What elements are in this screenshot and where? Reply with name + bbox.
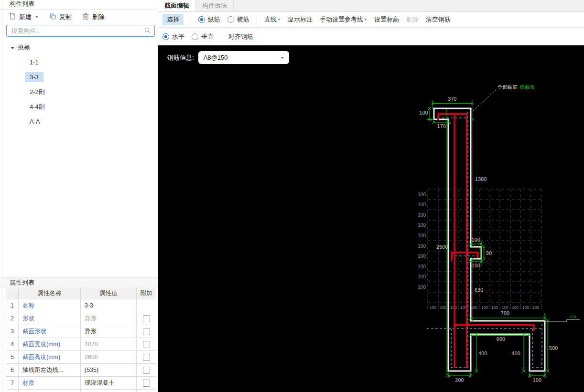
property-name: 截面高度(mm) <box>19 351 81 363</box>
property-value[interactable]: 异形 <box>81 312 137 325</box>
property-value[interactable]: 异形 <box>81 325 137 338</box>
grid-row-label: 100 <box>418 233 426 238</box>
search-input[interactable] <box>11 27 144 35</box>
grid-col-label: 100 <box>522 305 529 310</box>
property-extra-cell <box>137 377 156 389</box>
property-extra-cell <box>137 390 156 392</box>
copy-icon <box>49 12 56 21</box>
delete-button[interactable]: 删除 <box>82 12 105 21</box>
grid-row-label: 100 <box>418 244 426 249</box>
section-outline[interactable] <box>434 108 545 371</box>
radio-horizontal[interactable]: 水平 <box>162 32 184 41</box>
select-button[interactable]: 选择 <box>162 14 184 25</box>
delete-button-label: 删除 <box>92 13 105 21</box>
dim-notch-top: 100 <box>472 237 480 243</box>
row-index: 6 <box>6 364 19 376</box>
tab-component-method[interactable]: 构件做法 <box>196 0 234 11</box>
radio-transverse-rebar[interactable]: 横筋 <box>227 15 249 24</box>
line-dropdown[interactable]: 直线 <box>264 15 281 24</box>
radio-selected-icon[interactable] <box>198 16 205 23</box>
property-value[interactable]: 1070 <box>81 338 137 350</box>
dim-top-thickness: 100 <box>420 110 428 116</box>
grid-col-label: 100 <box>471 305 477 310</box>
dim-left-overhang: 170 <box>437 123 446 129</box>
table-row: 1 名称 3-3 <box>6 299 156 312</box>
grid-row-label: 100 <box>418 285 426 290</box>
new-button[interactable]: 新建 <box>9 12 38 21</box>
dim-wall-bottom: 200 <box>455 377 464 383</box>
component-tree: 挑檐 1-1 3-3 2-2剖 4-4剖 A-A <box>0 37 158 129</box>
dim-right-leg-width: 100 <box>533 377 541 383</box>
property-name: 形状 <box>19 312 81 325</box>
property-extra-cell <box>137 312 156 325</box>
radio-unselected-icon[interactable] <box>227 16 234 23</box>
rebar-info-combobox[interactable]: A8@150 <box>198 51 289 64</box>
section-canvas[interactable]: 钢筋信息: A8@150 100 100 100 100 100 100 100… <box>158 45 584 392</box>
trash-icon <box>82 12 89 21</box>
dim-flange-bottom: 600 <box>497 336 505 342</box>
extra-checkbox[interactable] <box>143 315 150 322</box>
tab-section-edit[interactable]: 截面编辑 <box>158 0 196 11</box>
property-value[interactable]: 3-3 <box>81 299 137 312</box>
property-value[interactable]: 现浇混凝土 <box>81 377 137 389</box>
row-index: 8 <box>6 390 19 392</box>
tree-item-a-a[interactable]: A-A <box>0 114 158 129</box>
component-search <box>6 25 155 37</box>
rebar-annotation: 全部纵筋 按截面 <box>473 84 535 111</box>
header-extra: 附加 <box>137 288 156 299</box>
radio-vertical[interactable]: 垂直 <box>192 32 214 41</box>
radio-selected-icon[interactable] <box>162 33 169 40</box>
grid-row-label: 100 <box>418 222 426 228</box>
row-index: 3 <box>6 325 19 338</box>
radio-longitudinal-rebar[interactable]: 纵筋 <box>198 15 220 24</box>
property-value[interactable]: 2600 <box>81 351 137 363</box>
table-row: 7 材质 现浇混凝土 <box>6 377 156 390</box>
tree-item-label: 3-3 <box>25 72 43 82</box>
annotation-sub-label: 按截面 <box>519 84 535 90</box>
combo-caret-icon[interactable] <box>281 57 284 59</box>
tree-item-1-1[interactable]: 1-1 <box>0 55 158 70</box>
header-index <box>6 288 19 299</box>
extra-checkbox[interactable] <box>143 341 150 348</box>
longitudinal-rebar-lines[interactable] <box>438 114 534 368</box>
delete-rebar-button: 删除 <box>406 15 419 24</box>
tree-group-label: 挑檐 <box>18 43 30 52</box>
tree-item-4-4[interactable]: 4-4剖 <box>0 99 158 114</box>
extra-checkbox[interactable] <box>143 367 150 374</box>
manual-reference-caret-icon[interactable] <box>364 19 367 21</box>
manual-reference-label: 手动设置参考线 <box>320 15 363 24</box>
radio-unselected-icon[interactable] <box>192 33 198 40</box>
grid-row-label: 100 <box>418 274 426 279</box>
tree-item-3-3[interactable]: 3-3 <box>0 70 158 85</box>
radio-label: 水平 <box>172 32 184 41</box>
tree-item-label: 4-4剖 <box>25 101 50 113</box>
extra-checkbox[interactable] <box>143 354 150 361</box>
show-annotation-button[interactable]: 显示标注 <box>288 15 313 24</box>
property-name: 轴线距左边线... <box>19 364 81 376</box>
manual-reference-dropdown[interactable]: 手动设置参考线 <box>320 15 367 24</box>
line-dropdown-caret-icon[interactable] <box>278 19 281 21</box>
row-index: 1 <box>6 299 19 312</box>
property-name: 截面形状 <box>19 325 81 338</box>
property-name: 混凝土类型 <box>19 390 81 392</box>
extra-checkbox[interactable] <box>143 380 150 387</box>
align-rebar-button[interactable]: 对齐钢筋 <box>228 32 253 41</box>
copy-button[interactable]: 复制 <box>49 12 72 21</box>
property-value[interactable]: (535) <box>81 364 137 376</box>
dim-lower-segment: 630 <box>475 287 483 293</box>
tree-item-2-2[interactable]: 2-2剖 <box>0 85 158 99</box>
radio-label: 纵筋 <box>208 15 220 24</box>
section-drawing[interactable]: 100 100 100 100 100 100 100 100 100 100 … <box>158 45 584 392</box>
tree-group-eave[interactable]: 挑檐 <box>0 41 158 55</box>
annotation-main-label: 全部纵筋 <box>497 84 518 90</box>
new-dropdown-caret-icon[interactable] <box>35 16 38 18</box>
clear-rebar-button[interactable]: 清空钢筋 <box>426 15 451 24</box>
extra-checkbox[interactable] <box>143 328 150 335</box>
property-value[interactable]: (预拌混凝土) <box>81 390 137 392</box>
row-index: 7 <box>6 377 19 389</box>
elevation-value: 27.6 <box>569 315 576 319</box>
grid-row-label: 100 <box>418 212 426 218</box>
set-elevation-button[interactable]: 设置标高 <box>374 15 399 24</box>
tree-expand-caret-icon[interactable] <box>11 47 14 49</box>
dim-flange-top: 700 <box>501 310 509 316</box>
